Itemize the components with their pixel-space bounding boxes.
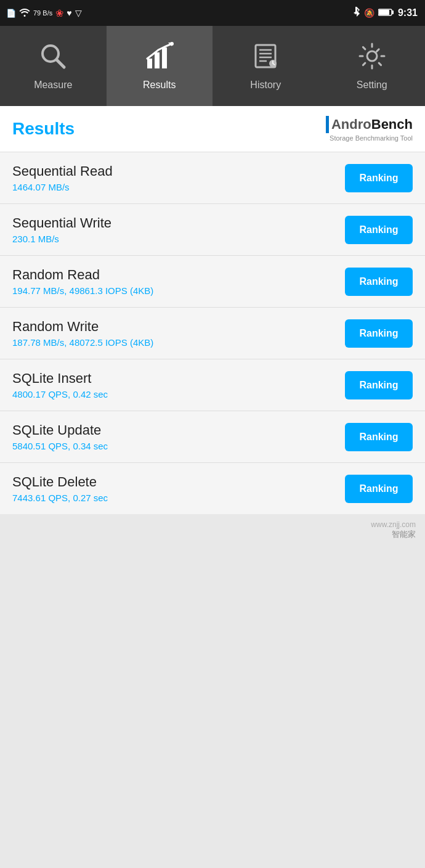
ranking-button-rand-read[interactable]: Ranking xyxy=(345,268,413,296)
status-left-icons: 📄 79 B/s ❀ ♥ ▽ xyxy=(6,7,82,19)
result-value-seq-write: 230.1 MB/s xyxy=(12,234,345,244)
measure-icon xyxy=(38,41,68,75)
androbench-logo: AndroBench Storage Benchmarking Tool xyxy=(326,116,413,142)
svg-rect-5 xyxy=(147,59,152,68)
vpn-icon: ▽ xyxy=(75,8,82,18)
result-item-rand-write: Random Write 187.78 MB/s, 48072.5 IOPS (… xyxy=(0,308,425,359)
result-item-seq-write: Sequential Write 230.1 MB/s Ranking xyxy=(0,204,425,256)
nav-item-results[interactable]: Results xyxy=(107,26,213,106)
result-name-rand-read: Random Read xyxy=(12,267,345,283)
svg-point-15 xyxy=(367,51,377,61)
ranking-button-seq-read[interactable]: Ranking xyxy=(345,164,413,192)
nav-label-setting: Setting xyxy=(357,80,387,91)
result-info-sqlite-insert: SQLite Insert 4800.17 QPS, 0.42 sec xyxy=(12,371,345,399)
health-icon: ♥ xyxy=(67,8,71,18)
watermark-brand: 智能家 xyxy=(392,530,416,539)
results-icon xyxy=(145,41,174,75)
svg-rect-2 xyxy=(392,10,394,14)
result-value-rand-write: 187.78 MB/s, 48072.5 IOPS (4KB) xyxy=(12,337,345,348)
result-name-rand-write: Random Write xyxy=(12,319,345,335)
nav-label-measure: Measure xyxy=(34,80,72,91)
ranking-button-seq-write[interactable]: Ranking xyxy=(345,216,413,244)
battery-icon xyxy=(378,8,394,18)
status-right-icons: 🔕 9:31 xyxy=(353,7,418,20)
result-info-rand-write: Random Write 187.78 MB/s, 48072.5 IOPS (… xyxy=(12,319,345,348)
results-list: Sequential Read 1464.07 MB/s Ranking Seq… xyxy=(0,152,425,514)
result-info-rand-read: Random Read 194.77 MB/s, 49861.3 IOPS (4… xyxy=(12,267,345,296)
logo-bar xyxy=(326,116,329,133)
mute-icon: 🔕 xyxy=(364,8,374,18)
nav-label-results: Results xyxy=(143,80,176,91)
result-info-sqlite-update: SQLite Update 5840.51 QPS, 0.34 sec xyxy=(12,422,345,451)
ranking-button-sqlite-insert[interactable]: Ranking xyxy=(345,371,413,399)
nav-item-history[interactable]: History xyxy=(212,26,319,106)
result-value-rand-read: 194.77 MB/s, 49861.3 IOPS (4KB) xyxy=(12,285,345,296)
result-name-seq-write: Sequential Write xyxy=(12,215,345,231)
svg-rect-6 xyxy=(155,52,160,68)
result-name-sqlite-insert: SQLite Insert xyxy=(12,371,345,387)
result-info-seq-write: Sequential Write 230.1 MB/s xyxy=(12,215,345,244)
logo-sub: Storage Benchmarking Tool xyxy=(330,134,413,142)
results-title: Results xyxy=(12,119,75,139)
wifi-icon xyxy=(19,8,30,18)
nav-item-setting[interactable]: Setting xyxy=(319,26,426,106)
svg-rect-1 xyxy=(379,10,389,15)
result-item-sqlite-update: SQLite Update 5840.51 QPS, 0.34 sec Rank… xyxy=(0,411,425,463)
history-icon xyxy=(251,41,280,75)
svg-rect-7 xyxy=(162,47,167,68)
data-speed: 79 B/s xyxy=(33,9,52,17)
result-info-sqlite-delete: SQLite Delete 7443.61 QPS, 0.27 sec xyxy=(12,474,345,503)
setting-icon xyxy=(357,41,387,75)
nav-item-measure[interactable]: Measure xyxy=(0,26,107,106)
result-value-seq-read: 1464.07 MB/s xyxy=(12,182,345,192)
result-item-sqlite-insert: SQLite Insert 4800.17 QPS, 0.42 sec Rank… xyxy=(0,359,425,411)
result-name-seq-read: Sequential Read xyxy=(12,163,345,179)
result-value-sqlite-update: 5840.51 QPS, 0.34 sec xyxy=(12,441,345,451)
result-item-sqlite-delete: SQLite Delete 7443.61 QPS, 0.27 sec Rank… xyxy=(0,463,425,514)
status-time: 9:31 xyxy=(398,7,418,18)
logo-bench: Bench xyxy=(371,117,413,133)
result-item-rand-read: Random Read 194.77 MB/s, 49861.3 IOPS (4… xyxy=(0,256,425,308)
result-name-sqlite-update: SQLite Update xyxy=(12,422,345,438)
result-info-seq-read: Sequential Read 1464.07 MB/s xyxy=(12,163,345,192)
ranking-button-rand-write[interactable]: Ranking xyxy=(345,319,413,348)
ranking-button-sqlite-delete[interactable]: Ranking xyxy=(345,475,413,503)
footer-watermark: www.znjj.com 智能家 xyxy=(0,514,425,546)
status-bar: 📄 79 B/s ❀ ♥ ▽ 🔕 9:31 xyxy=(0,0,425,26)
result-value-sqlite-delete: 7443.61 QPS, 0.27 sec xyxy=(12,493,345,503)
results-header: Results AndroBench Storage Benchmarking … xyxy=(0,106,425,152)
watermark-text: www.znjj.com xyxy=(371,520,416,529)
bluetooth-icon xyxy=(353,7,360,20)
svg-line-4 xyxy=(57,60,64,67)
result-value-sqlite-insert: 4800.17 QPS, 0.42 sec xyxy=(12,389,345,399)
nav-bar: Measure Results xyxy=(0,26,425,106)
huawei-icon: ❀ xyxy=(55,7,63,19)
logo-andro: Andro xyxy=(331,117,371,133)
nav-label-history: History xyxy=(250,80,281,91)
file-icon: 📄 xyxy=(6,9,16,18)
result-item-seq-read: Sequential Read 1464.07 MB/s Ranking xyxy=(0,152,425,204)
ranking-button-sqlite-update[interactable]: Ranking xyxy=(345,423,413,451)
result-name-sqlite-delete: SQLite Delete xyxy=(12,474,345,490)
logo-main: AndroBench xyxy=(326,116,413,133)
footer-area: www.znjj.com 智能家 xyxy=(0,514,425,711)
